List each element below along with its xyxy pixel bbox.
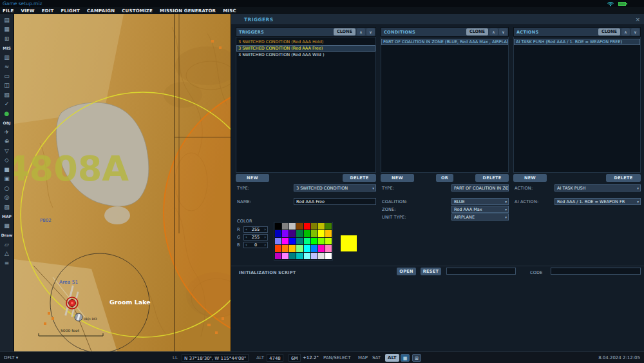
palette-color[interactable] xyxy=(311,238,317,244)
trigger-item[interactable]: 3 SWITCHED CONDITION (Red AAA Hold) xyxy=(236,39,375,45)
new-action-button[interactable]: NEW xyxy=(513,174,547,182)
save-mission-icon[interactable]: ⊞ xyxy=(0,34,14,44)
palette-color[interactable] xyxy=(311,223,317,230)
palette-color[interactable] xyxy=(296,223,303,230)
move-condition-up-button[interactable]: ∧ xyxy=(489,28,498,35)
palette-color[interactable] xyxy=(304,223,310,230)
palette-color[interactable] xyxy=(275,253,281,259)
palette-color[interactable] xyxy=(289,230,296,237)
palette-color[interactable] xyxy=(325,245,332,251)
trigger-name-input[interactable]: Red AAA Free xyxy=(294,198,376,205)
palette-color[interactable] xyxy=(304,230,310,237)
menu-item[interactable]: FILE xyxy=(3,8,14,14)
action-type-dropdown[interactable]: AI TASK PUSH▾ xyxy=(554,184,641,191)
rgb-stepper[interactable]: ‹ 0 › xyxy=(243,242,268,248)
stepper-decrement-icon[interactable]: ‹ xyxy=(245,242,247,248)
waypoint-icon[interactable]: ◎ xyxy=(0,193,14,203)
script-file-input[interactable] xyxy=(446,268,516,275)
new-mission-icon[interactable]: ▤ xyxy=(0,15,14,25)
move-trigger-up-button[interactable]: ∧ xyxy=(357,28,365,35)
palette-color[interactable] xyxy=(282,245,289,251)
options-icon[interactable]: ◫ xyxy=(0,81,14,91)
airfield-icon[interactable] xyxy=(75,313,82,321)
palette-color[interactable] xyxy=(311,245,317,251)
palette-color[interactable] xyxy=(296,238,303,244)
distance-icon[interactable]: ≡ xyxy=(0,259,14,268)
static-object-icon[interactable]: ■ xyxy=(0,165,14,175)
menu-item[interactable]: CUSTOMIZE xyxy=(122,8,153,14)
move-condition-down-button[interactable]: ∨ xyxy=(499,28,507,35)
section-obj[interactable]: OBJ xyxy=(0,119,14,128)
move-action-up-button[interactable]: ∧ xyxy=(621,28,630,35)
stepper-decrement-icon[interactable]: ‹ xyxy=(245,227,247,232)
close-icon[interactable]: × xyxy=(635,14,640,25)
palette-color[interactable] xyxy=(318,223,325,230)
palette-color[interactable] xyxy=(296,230,303,237)
delete-condition-button[interactable]: DELETE xyxy=(475,174,509,182)
move-trigger-down-button[interactable]: ∨ xyxy=(366,28,375,35)
palette-color[interactable] xyxy=(325,223,332,230)
palette-color[interactable] xyxy=(296,245,303,251)
airplane-icon[interactable]: ✈ xyxy=(0,128,14,137)
palette-color[interactable] xyxy=(275,223,281,230)
map-mode-button[interactable]: MAP xyxy=(358,352,368,363)
palette-color[interactable] xyxy=(289,238,296,244)
palette-color[interactable] xyxy=(289,245,296,251)
coalition-dropdown[interactable]: BLUE▾ xyxy=(451,198,509,205)
rules-icon[interactable]: ▭ xyxy=(0,72,14,81)
stepper-increment-icon[interactable]: › xyxy=(264,227,266,232)
palette-color[interactable] xyxy=(289,253,296,259)
unit-type-dropdown[interactable]: AIRPLANE▾ xyxy=(451,213,509,221)
palette-color[interactable] xyxy=(311,253,317,259)
menu-item[interactable]: MISC xyxy=(223,8,236,14)
condition-item[interactable]: PART OF COALITION IN ZONE (BLUE, Red AAA… xyxy=(381,39,508,45)
palette-color[interactable] xyxy=(318,230,325,237)
menu-item[interactable]: CAMPAIGN xyxy=(87,8,115,14)
palette-color[interactable] xyxy=(318,238,325,244)
map-view[interactable]: Objn 183 4808A P802 Area 51 Groom Lake 5… xyxy=(14,14,231,351)
delete-action-button[interactable]: DELETE xyxy=(606,174,641,182)
helicopter-icon[interactable]: ⊕ xyxy=(0,137,14,147)
theatre-dropdown[interactable]: DFLT ▾ xyxy=(4,352,18,363)
palette-color[interactable] xyxy=(282,238,289,244)
stepper-increment-icon[interactable]: › xyxy=(264,235,266,240)
delete-trigger-button[interactable]: DELETE xyxy=(343,174,376,182)
action-item[interactable]: AI TASK PUSH (Red AAA / 1. ROE = WEAPON … xyxy=(514,39,640,45)
stepper-increment-icon[interactable]: › xyxy=(264,242,266,248)
status-dot-icon[interactable]: ● xyxy=(0,109,14,119)
palette-color[interactable] xyxy=(311,230,317,237)
open-mission-icon[interactable]: ▦ xyxy=(0,25,14,35)
menu-item[interactable]: VIEW xyxy=(21,8,34,14)
palette-color[interactable] xyxy=(304,253,310,259)
grid-toggle-icon[interactable]: ⊞ xyxy=(412,354,421,362)
script-code-input[interactable] xyxy=(551,268,641,275)
reset-script-button[interactable]: RESET xyxy=(421,268,441,275)
palette-color[interactable] xyxy=(318,253,325,259)
trigger-item[interactable]: 3 SWITCHED CONDITION (Red AAA Wild ) xyxy=(236,52,375,58)
layers-toggle-icon[interactable]: ▦ xyxy=(401,354,410,362)
clone-condition-button[interactable]: CLONE xyxy=(466,28,488,35)
palette-color[interactable] xyxy=(282,253,289,259)
draw-shape-icon[interactable]: ▱ xyxy=(0,240,14,250)
structure-icon[interactable]: ▨ xyxy=(0,202,14,212)
summary-icon[interactable]: ▧ xyxy=(0,90,14,100)
clone-action-button[interactable]: CLONE xyxy=(598,28,620,35)
palette-color[interactable] xyxy=(304,238,310,244)
menu-item[interactable]: EDIT xyxy=(42,8,54,14)
palette-color[interactable] xyxy=(318,245,325,251)
or-condition-button[interactable]: OR xyxy=(436,174,453,182)
briefing-icon[interactable]: ▥ xyxy=(0,53,14,63)
palette-color[interactable] xyxy=(325,238,332,244)
palette-color[interactable] xyxy=(275,245,281,251)
measure-icon[interactable]: △ xyxy=(0,250,14,259)
check-icon[interactable]: ✓ xyxy=(0,100,14,110)
new-condition-button[interactable]: NEW xyxy=(381,174,414,182)
condition-type-dropdown[interactable]: PART OF COALITION IN ZONE▾ xyxy=(451,184,509,191)
palette-color[interactable] xyxy=(325,253,332,259)
open-script-button[interactable]: OPEN xyxy=(397,268,416,275)
sat-mode-button[interactable]: SAT xyxy=(372,352,381,363)
move-action-down-button[interactable]: ∨ xyxy=(631,28,639,35)
palette-color[interactable] xyxy=(296,253,303,259)
new-trigger-button[interactable]: NEW xyxy=(236,174,269,182)
section-draw[interactable]: Draw xyxy=(0,231,14,240)
